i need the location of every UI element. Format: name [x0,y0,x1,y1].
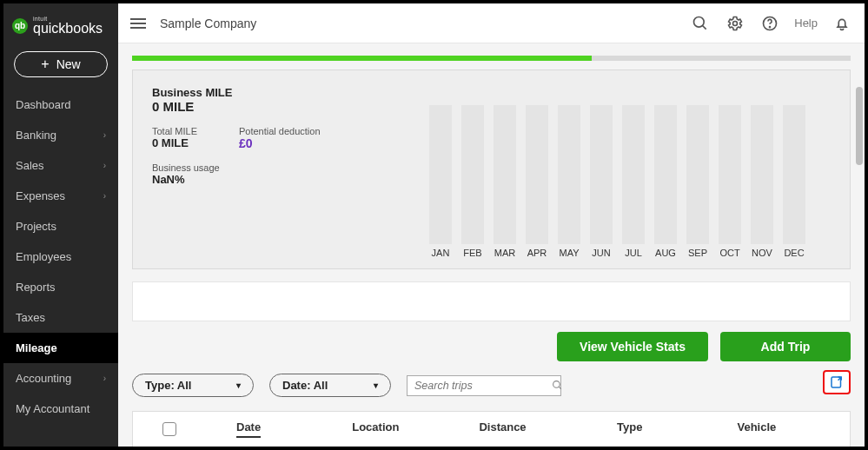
sidebar-item-accounting[interactable]: Accounting› [3,363,118,394]
type-filter-label: Type: All [145,379,191,392]
total-mile-value: 0 MILE [152,136,197,149]
monthly-chart: JANFEBMARAPRMAYJUNJULAUGSEPOCTNOVDEC [404,86,831,258]
month-column: MAR [491,105,520,258]
search-icon [552,380,563,391]
sidebar-item-taxes[interactable]: Taxes [3,302,118,333]
sidebar-item-label: Expenses [16,189,65,202]
business-mile-value: 0 MILE [152,99,378,114]
month-column: JUL [620,105,648,258]
export-icon[interactable] [829,374,845,390]
month-bar [526,105,548,244]
sidebar-item-dashboard[interactable]: Dashboard [3,89,118,120]
sidebar-item-label: Reports [16,281,56,294]
chevron-right-icon: › [103,191,106,201]
month-bar [429,105,452,244]
usage-value: NaN% [152,173,378,186]
filter-row: Type: All ▾ Date: All ▾ [132,374,851,397]
view-vehicle-stats-button[interactable]: View Vehicle Stats [557,332,708,361]
new-label: New [56,57,81,71]
sidebar-item-label: Employees [16,250,71,263]
month-column: AUG [652,105,680,258]
plus-icon: + [41,57,49,71]
sidebar-item-label: Projects [16,220,56,233]
column-date[interactable]: Date [185,420,312,438]
month-label: MAY [559,248,579,258]
brand-logo: qb intuit quickbooks [3,9,118,46]
scrollbar[interactable] [856,87,863,441]
trips-table-header: DateLocationDistanceTypeVehicle [132,411,851,447]
month-column: APR [523,105,552,258]
sidebar-item-label: Banking [16,129,56,142]
month-column: DEC [780,105,809,258]
month-bar [751,105,773,244]
total-mile-label: Total MILE [152,126,197,136]
svg-line-1 [703,25,706,29]
chevron-right-icon: › [103,161,106,170]
month-bar [494,105,516,244]
date-filter-label: Date: All [282,379,328,392]
type-filter[interactable]: Type: All ▾ [132,374,254,397]
brand-name: quickbooks [33,22,103,36]
company-name: Sample Company [160,17,256,30]
sidebar-item-label: Accounting [16,372,71,385]
gear-icon[interactable] [725,13,745,34]
sidebar-item-sales[interactable]: Sales› [3,150,118,181]
add-trip-button[interactable]: Add Trip [720,332,851,361]
month-label: DEC [784,248,804,258]
sidebar: qb intuit quickbooks + New DashboardBank… [3,3,118,447]
svg-point-5 [553,381,560,388]
help-icon[interactable] [759,13,780,34]
svg-point-2 [733,21,738,25]
sidebar-item-banking[interactable]: Banking› [3,120,118,150]
hamburger-icon[interactable] [130,18,146,29]
month-column: FEB [459,105,487,258]
column-vehicle[interactable]: Vehicle [693,420,820,438]
month-label: JUN [592,248,610,258]
select-all-checkbox[interactable] [162,422,176,436]
svg-point-4 [770,26,771,27]
month-label: FEB [463,248,481,258]
month-bar [686,105,709,244]
svg-line-6 [559,387,561,389]
month-column: MAY [555,105,584,258]
month-label: NOV [752,248,772,258]
help-link[interactable]: Help [794,17,818,30]
panel-blank [132,281,851,321]
month-column: NOV [748,105,777,258]
column-location[interactable]: Location [312,420,439,438]
sidebar-item-label: My Accountant [16,402,89,415]
chevron-down-icon: ▾ [374,381,378,390]
sidebar-item-label: Taxes [16,311,45,324]
month-bar [654,105,677,244]
deduction-label: Potential deduction [239,126,321,136]
mileage-summary-card: Business MILE 0 MILE Total MILE 0 MILE P… [132,69,851,269]
sidebar-item-mileage[interactable]: Mileage [3,333,118,363]
new-button[interactable]: + New [14,51,108,77]
qb-icon: qb [12,18,28,34]
month-bar [719,105,741,244]
search-trips[interactable] [407,375,561,396]
export-highlight [823,370,851,394]
sidebar-item-label: Sales [16,159,44,172]
month-bar [783,105,805,244]
month-column: SEP [684,105,712,258]
search-input[interactable] [414,380,552,392]
column-distance[interactable]: Distance [439,420,566,438]
sidebar-item-reports[interactable]: Reports [3,272,118,302]
sidebar-item-employees[interactable]: Employees [3,242,118,272]
month-label: OCT [719,248,739,258]
month-column: JAN [427,105,455,258]
search-icon[interactable] [690,13,711,34]
sidebar-item-my-accountant[interactable]: My Accountant [3,394,118,424]
column-type[interactable]: Type [567,420,693,438]
nav: DashboardBanking›Sales›Expenses›Projects… [3,89,118,424]
topbar: Sample Company Help [118,3,865,43]
month-column: OCT [716,105,745,258]
bell-icon[interactable] [832,13,852,34]
month-label: AUG [655,248,676,258]
sidebar-item-projects[interactable]: Projects [3,211,118,242]
month-bar [558,105,580,244]
sidebar-item-expenses[interactable]: Expenses› [3,181,118,211]
action-row: View Vehicle Stats Add Trip [132,332,851,361]
date-filter[interactable]: Date: All ▾ [269,374,391,397]
